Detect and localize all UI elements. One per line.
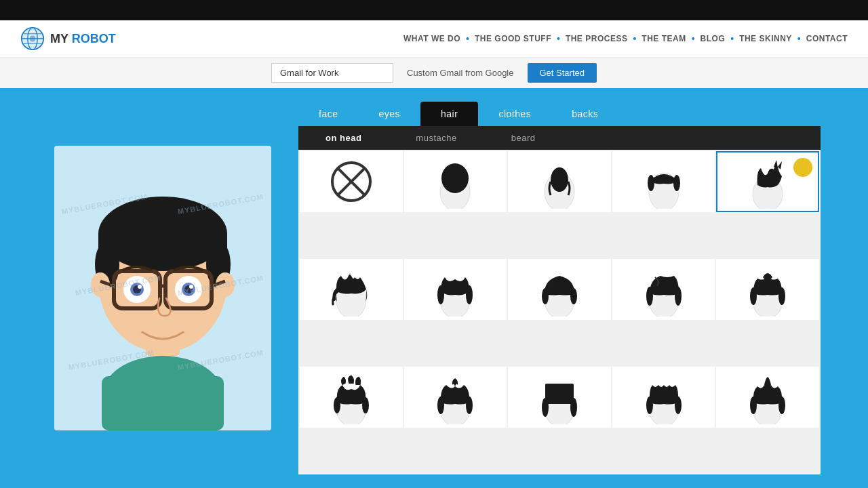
svg-point-66 [675,396,682,414]
hair-option-round[interactable] [404,151,507,212]
customizer-panel: face eyes hair clothes backs on head mus… [298,102,821,474]
hair-option-wide-top[interactable] [612,151,715,212]
main-content: MYBLUEROBOT.COM MYBLUEROBOT.COM MYBLUERO… [0,88,868,488]
subtab-beard[interactable]: beard [484,126,563,150]
svg-point-29 [189,285,193,289]
hair-option-narrow[interactable] [508,151,611,212]
svg-point-46 [542,288,549,304]
tab-eyes[interactable]: eyes [358,102,420,126]
hair-option-curly-top[interactable] [300,367,403,428]
tab-clothes[interactable]: clothes [478,102,551,126]
svg-point-69 [778,396,785,414]
hair-option-pompadour[interactable] [716,259,819,320]
nav-blog[interactable]: BLOG [701,34,726,43]
ad-banner: Custom Gmail from Google Get Started [0,58,868,88]
tab-face[interactable]: face [298,102,358,126]
nav-the-team[interactable]: THE TEAM [642,34,686,43]
svg-point-38 [648,175,654,191]
nav-skinny[interactable]: THE SKINNY [739,34,792,43]
avatar-svg [61,146,264,430]
tab-backs[interactable]: backs [551,102,618,126]
avatar-panel: MYBLUEROBOT.COM MYBLUEROBOT.COM MYBLUERO… [47,102,278,474]
tab-hair[interactable]: hair [420,102,478,126]
svg-point-6 [30,36,36,42]
nav-dot-2: • [557,33,560,44]
logo-text: MY ROBOT [50,32,116,46]
hair-option-flat-top[interactable] [508,367,611,428]
svg-point-49 [646,287,653,306]
nav-dot-1: • [466,33,469,44]
svg-point-62 [542,398,549,417]
subtab-bar: on head mustache beard [298,126,821,150]
svg-point-36 [551,167,568,192]
hair-option-wavy[interactable] [612,367,715,428]
svg-point-59 [466,396,473,414]
svg-point-65 [646,396,653,414]
hair-option-quiff[interactable] [716,367,819,428]
svg-point-63 [570,398,577,417]
nav-dot-4: • [692,33,695,44]
svg-rect-9 [102,376,224,430]
hair-option-widows-peak[interactable] [404,259,507,320]
ad-text: Custom Gmail from Google [407,68,514,78]
svg-point-55 [334,397,340,413]
logo-icon [20,26,45,51]
svg-point-34 [441,163,469,193]
svg-point-53 [778,287,785,305]
cursor-indicator [793,158,812,177]
tab-bar: face eyes hair clothes backs [298,102,821,126]
svg-rect-61 [545,384,574,404]
hair-option-spiky[interactable] [716,151,819,212]
hair-option-slick[interactable] [404,367,507,428]
nav-links: WHAT WE DO • THE GOOD STUFF • THE PROCES… [403,33,848,44]
nav-dot-5: • [730,33,734,44]
avatar-image-container: MYBLUEROBOT.COM MYBLUEROBOT.COM MYBLUERO… [54,146,271,430]
nav-the-process[interactable]: THE PROCESS [566,34,628,43]
svg-point-50 [675,287,682,306]
logo[interactable]: MY ROBOT [20,26,116,51]
nav-what-we-do[interactable]: WHAT WE DO [403,34,460,43]
navbar: MY ROBOT WHAT WE DO • THE GOOD STUFF • T… [0,20,868,58]
nav-dot-3: • [633,33,636,44]
nav-good-stuff[interactable]: THE GOOD STUFF [475,34,551,43]
hair-option-bowl[interactable] [508,259,611,320]
subtab-mustache[interactable]: mustache [389,126,484,150]
ad-input[interactable] [271,63,393,83]
top-black-bar [0,0,868,20]
svg-point-68 [750,396,757,414]
hair-option-side-swept[interactable] [612,259,715,320]
svg-point-43 [437,285,444,304]
svg-point-56 [362,397,369,413]
hair-grid [298,150,821,474]
svg-point-25 [138,285,142,289]
svg-point-39 [673,175,680,191]
svg-point-52 [750,287,757,305]
svg-point-58 [437,396,444,414]
nav-dot-6: • [797,33,801,44]
ad-get-started-button[interactable]: Get Started [528,63,597,83]
svg-point-47 [570,288,577,304]
subtab-on-head[interactable]: on head [298,126,389,150]
hair-option-none[interactable] [300,151,403,212]
svg-rect-12 [98,234,227,254]
svg-point-44 [466,285,473,304]
nav-contact[interactable]: CONTACT [806,34,848,43]
hair-option-shaggy-left[interactable] [300,259,403,320]
